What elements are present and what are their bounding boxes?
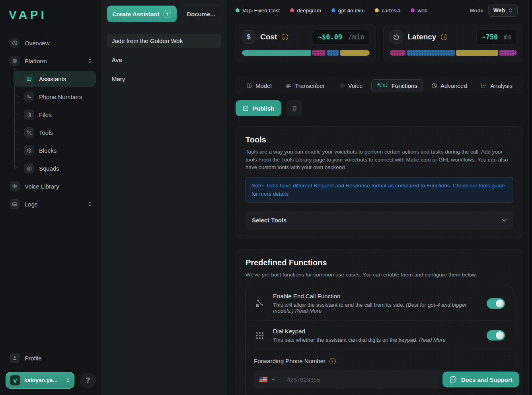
latency-card-header: Latency i ~750 ms [390, 29, 517, 45]
documentation-button[interactable]: Docume... [181, 6, 221, 22]
tree-branch [14, 86, 20, 97]
tree-branch [14, 121, 20, 132]
sidebar-item-platform[interactable]: Platform [6, 53, 96, 69]
sidebar-item-squads[interactable]: Squads [14, 160, 96, 176]
assistant-name: Jade from the Golden Wok [112, 37, 183, 44]
country-select[interactable] [254, 370, 281, 389]
sidebar-item-voice-library[interactable]: Voice Library [6, 178, 96, 194]
function-description-text: This sets whether the assistant can dial… [273, 337, 419, 343]
sidebar-spacer [6, 214, 96, 350]
select-tools-label: Select Tools [252, 217, 286, 224]
forwarding-phone-label-row: Forwarding Phone Number i [254, 358, 505, 364]
tab-label: Analysis [490, 82, 513, 89]
tools-guide-link[interactable]: tools guide [479, 183, 505, 189]
sidebar-item-label: Voice Library [25, 183, 59, 190]
legend-item: Vapi Fixed Cost [236, 8, 280, 14]
assistant-list-item[interactable]: Ava [107, 53, 221, 67]
tree-branch [14, 139, 20, 150]
chevron-down-icon [501, 218, 507, 222]
legend-dot [411, 8, 415, 12]
legend-dot [331, 8, 335, 12]
publish-button[interactable]: Publish [236, 100, 281, 116]
function-description: This will allow the assistant to end the… [273, 302, 479, 314]
sidebar-item-logs[interactable]: Logs [6, 196, 96, 212]
assistant-panel-actions: Create Assistant + Docume... [101, 0, 227, 28]
mode-label: Mode [470, 8, 483, 14]
tab-label: Model [255, 82, 272, 89]
read-more-link[interactable]: Read More [295, 308, 322, 314]
info-icon[interactable]: i [282, 34, 288, 40]
chevron-updown-icon [88, 201, 92, 207]
mode-select[interactable]: Web [488, 4, 518, 17]
bar-segment [340, 50, 369, 56]
account-row: V kaloyan.ya... ? [6, 372, 96, 389]
create-assistant-label: Create Assistant [113, 11, 160, 18]
function-icon: f(x) [377, 83, 388, 88]
edit-icon [243, 105, 249, 111]
vapi-badge-icon: V [10, 375, 20, 385]
plus-icon: + [163, 10, 171, 18]
info-icon[interactable]: i [441, 34, 447, 40]
bar-segment [390, 50, 406, 56]
create-assistant-button[interactable]: Create Assistant + [107, 6, 177, 22]
tools-title: Tools [246, 135, 513, 144]
tab-label: Transcriber [295, 82, 325, 89]
delete-button[interactable] [286, 100, 302, 116]
sidebar-item-assistants[interactable]: Assistants [14, 71, 96, 87]
question-icon: ? [86, 376, 90, 385]
tab-advanced[interactable]: Advanced [426, 79, 473, 92]
trash-icon [292, 105, 298, 111]
cost-value: ~$0.09 [318, 33, 342, 41]
chip-icon [10, 56, 20, 66]
sidebar-item-blocks[interactable]: Blocks [14, 142, 96, 158]
phone-icon [24, 91, 34, 102]
legend-item: cartesia [375, 8, 400, 14]
legend-label: web [417, 8, 427, 14]
toggle-knob [496, 300, 504, 307]
dollar-icon: $ [242, 30, 255, 44]
assistant-panel: Create Assistant + Docume... Jade from t… [101, 0, 227, 395]
sidebar-item-overview[interactable]: Overview [6, 35, 96, 51]
tab-functions[interactable]: f(x) Functions [371, 79, 423, 92]
cube-icon [24, 145, 34, 156]
sidebar-item-tools[interactable]: Tools [14, 125, 96, 140]
mode-control: Mode Web [470, 4, 523, 17]
assistant-list-item[interactable]: Jade from the Golden Wok [107, 34, 221, 48]
sidebar-item-phone-numbers[interactable]: Phone Numbers [14, 89, 96, 105]
dial-keypad-toggle[interactable] [487, 330, 505, 341]
sidebar-item-label: Logs [25, 201, 38, 208]
assistant-list-item[interactable]: Mary [107, 72, 221, 86]
function-title: Dial Keypad [273, 328, 479, 335]
bar-segment [312, 50, 325, 56]
transcriber-icon [286, 83, 292, 89]
tab-model[interactable]: Model [241, 79, 277, 92]
dial-keypad-texts: Dial Keypad This sets whether the assist… [273, 328, 479, 343]
person-icon [10, 353, 20, 363]
sidebar-item-profile[interactable]: Profile [6, 350, 96, 366]
end-call-toggle[interactable] [487, 298, 505, 309]
select-tools-dropdown[interactable]: Select Tools [246, 211, 513, 230]
info-icon[interactable]: i [329, 358, 336, 364]
tab-analysis[interactable]: Analysis [475, 79, 518, 92]
help-button[interactable]: ? [80, 372, 96, 388]
legend-label: gpt 4o mini [338, 8, 364, 14]
tab-voice[interactable]: Voice [333, 79, 368, 92]
tab-transcriber[interactable]: Transcriber [280, 79, 330, 92]
sidebar-item-files[interactable]: Files [14, 107, 96, 123]
sidebar-item-label: Platform [25, 58, 47, 64]
assistant-list: Jade from the Golden Wok Ava Mary [101, 28, 227, 91]
latency-card: Latency i ~750 ms [383, 24, 524, 62]
docs-and-support-button[interactable]: Docs and Support [442, 372, 519, 387]
tools-section: Tools Tools are a way you can enable you… [236, 126, 523, 239]
account-switcher[interactable]: V kaloyan.ya... [6, 372, 74, 389]
main-content: Vapi Fixed Cost deepgram gpt 4o mini car… [227, 0, 532, 395]
read-more-link[interactable]: Read More [419, 337, 446, 343]
us-flag-icon [259, 377, 267, 382]
tree-branch [14, 103, 20, 115]
bar-segment [242, 50, 311, 56]
documentation-label: Docume... [187, 11, 215, 18]
legend-item: deepgram [290, 8, 321, 14]
scrollbar[interactable] [529, 0, 532, 395]
legend-label: cartesia [382, 8, 400, 14]
advanced-icon [431, 83, 437, 89]
